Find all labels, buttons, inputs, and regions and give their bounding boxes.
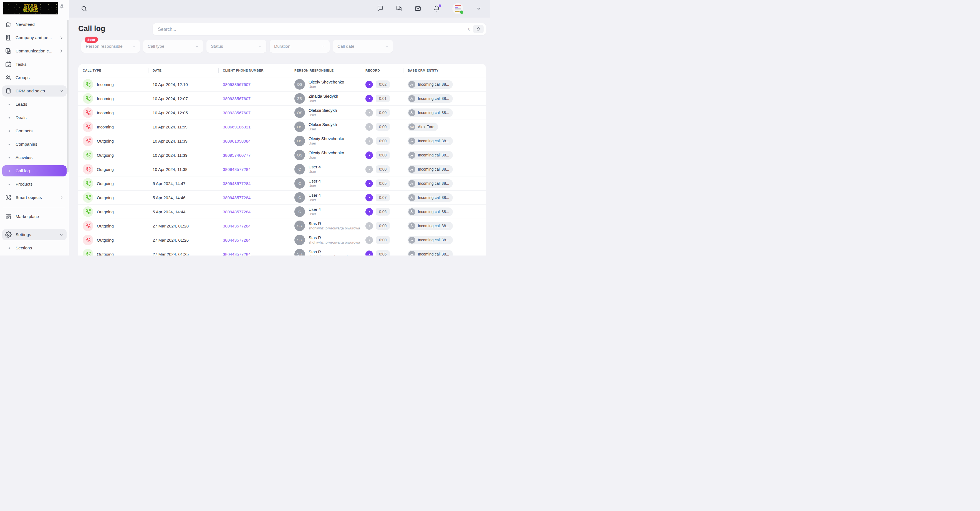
entity-chip[interactable]: Incoming call 38...: [407, 165, 453, 174]
entity-chip[interactable]: Incoming call 38...: [407, 137, 453, 145]
sidebar-item-newsfeed[interactable]: Newsfeed: [2, 18, 67, 31]
sidebar-item-company-and-pe[interactable]: Company and pe...: [2, 31, 67, 45]
sidebar-item-label: Companies: [16, 142, 64, 147]
duration-badge: 0:00: [376, 151, 390, 159]
avatar: OS: [294, 136, 305, 146]
sidebar-item-activities[interactable]: Activities: [2, 151, 67, 164]
entity-chip[interactable]: Incoming call 38...: [407, 236, 453, 244]
phone-link[interactable]: 380443577284: [223, 224, 251, 228]
entity-chip[interactable]: Incoming call 38...: [407, 151, 453, 159]
sidebar-item-companies[interactable]: Companies: [2, 138, 67, 151]
table-row[interactable]: Outgoing 27 Mar 2024, 01:25 380443577284…: [78, 247, 486, 256]
table-row[interactable]: Incoming 10 Apr 2024, 12:05 380938567607…: [78, 105, 486, 119]
outgoing-call-icon: [83, 249, 93, 256]
table-row[interactable]: Incoming 10 Apr 2024, 12:07 380938567607…: [78, 91, 486, 105]
phone-link[interactable]: 380948577284: [223, 195, 251, 200]
person-subtitle: User: [309, 127, 337, 132]
entity-chip[interactable]: Incoming call 38...: [407, 207, 453, 216]
table-row[interactable]: Outgoing 5 Apr 2024, 14:44 380948577284 …: [78, 204, 486, 219]
table-row[interactable]: Outgoing 10 Apr 2024, 11:39 380961058084…: [78, 134, 486, 148]
play-button[interactable]: [366, 81, 373, 88]
phone-link[interactable]: 380938567607: [223, 110, 251, 115]
play-button[interactable]: [366, 166, 373, 173]
entity-chip[interactable]: Incoming call 38...: [407, 222, 453, 230]
sidebar-item-smart-objects[interactable]: Smart objects: [2, 191, 67, 204]
bell-icon[interactable]: [433, 5, 440, 12]
sidebar-item-products[interactable]: Products: [2, 178, 67, 191]
entity-chip[interactable]: Incoming call 38...: [407, 193, 453, 202]
phone-link[interactable]: 380669186321: [223, 124, 251, 129]
entity-chip[interactable]: Incoming call 38...: [407, 250, 453, 256]
entity-chip[interactable]: Incoming call 38...: [407, 179, 453, 188]
sidebar-item-deals[interactable]: Deals: [2, 111, 67, 124]
sidebar-item-sections[interactable]: Sections: [2, 241, 67, 255]
sidebar-item-contacts[interactable]: Contacts: [2, 124, 67, 138]
filter-status[interactable]: Status: [207, 40, 266, 53]
phone-link[interactable]: 380961058084: [223, 139, 251, 143]
scanu-icon: [5, 194, 12, 201]
call-date: 5 Apr 2024, 14:46: [148, 195, 218, 200]
table-row[interactable]: Outgoing 5 Apr 2024, 14:46 380948577284 …: [78, 190, 486, 204]
phone-link[interactable]: 380443577284: [223, 238, 251, 242]
pin-icon[interactable]: [58, 3, 65, 11]
sidebar-item-label: Leads: [16, 102, 64, 107]
phone-link[interactable]: 380443577284: [223, 252, 251, 256]
table-row[interactable]: Incoming 10 Apr 2024, 11:59 380669186321…: [78, 119, 486, 134]
sidebar-item-tasks[interactable]: Tasks: [2, 58, 67, 71]
entity-chip[interactable]: Incoming call 38...: [407, 108, 453, 117]
comment-icon[interactable]: [377, 5, 383, 12]
phone-link[interactable]: 380948577284: [223, 209, 251, 214]
table-row[interactable]: Outgoing 5 Apr 2024, 14:47 380948577284 …: [78, 176, 486, 190]
phone-link[interactable]: 380938567607: [223, 96, 251, 101]
play-button[interactable]: [366, 151, 373, 159]
incoming-call-icon: [83, 79, 93, 89]
sidebar-item-call-log[interactable]: Call log: [2, 166, 67, 177]
play-button[interactable]: [366, 208, 373, 216]
eraser-button[interactable]: [473, 25, 484, 33]
search-icon[interactable]: [81, 5, 88, 12]
person-name: Olexiy Shevchenko: [309, 150, 344, 155]
app-logo[interactable]: STAR WARS: [3, 2, 58, 14]
sidebar-scrollbar[interactable]: [67, 20, 68, 172]
phone-link[interactable]: 380948577284: [223, 181, 251, 186]
search-input[interactable]: [158, 26, 468, 32]
filter-call-type[interactable]: Call type: [143, 40, 203, 53]
play-button[interactable]: [366, 250, 373, 256]
entity-chip[interactable]: Incoming call 38...: [407, 94, 453, 103]
play-button[interactable]: [366, 95, 373, 102]
call-date: 10 Apr 2024, 11:39: [148, 153, 218, 158]
person-subtitle: User: [309, 184, 321, 188]
table-row[interactable]: Outgoing 10 Apr 2024, 11:38 380948577284…: [78, 162, 486, 176]
gear-icon: [5, 231, 12, 238]
play-button[interactable]: [366, 194, 373, 201]
sidebar-item-groups[interactable]: Groups: [2, 71, 67, 84]
phone-link[interactable]: 380957460777: [223, 153, 251, 158]
table-row[interactable]: Incoming 10 Apr 2024, 12:10 380938567607…: [78, 77, 486, 91]
filter-person-responsible[interactable]: Person responsible Soon: [81, 40, 140, 53]
phone-link[interactable]: 380938567607: [223, 82, 251, 87]
sidebar-item-crm-and-sales[interactable]: CRM and sales: [2, 86, 67, 97]
table-row[interactable]: Outgoing 27 Mar 2024, 01:26 380443577284…: [78, 233, 486, 247]
filter-duration[interactable]: Duration: [270, 40, 329, 53]
play-button[interactable]: [366, 109, 373, 116]
user-avatar[interactable]: [452, 3, 463, 14]
sidebar-item-communication-c[interactable]: Communication c...: [2, 45, 67, 58]
sidebar-item-leads[interactable]: Leads: [2, 98, 67, 111]
phone-link[interactable]: 380948577284: [223, 167, 251, 172]
filter-call-date[interactable]: Call date: [333, 40, 393, 53]
chats-icon[interactable]: [396, 5, 402, 12]
chevron-down-icon[interactable]: [476, 5, 482, 12]
table-row[interactable]: Outgoing 10 Apr 2024, 11:39 380957460777…: [78, 148, 486, 162]
table-row[interactable]: Outgoing 27 Mar 2024, 01:28 380443577284…: [78, 219, 486, 233]
play-button[interactable]: [366, 236, 373, 244]
play-button[interactable]: [366, 222, 373, 230]
entity-chip[interactable]: АИ Alex Ford: [407, 123, 438, 131]
column-header-person-responsible: Person responsible: [290, 64, 361, 77]
sidebar-item-marketplace[interactable]: Marketplace: [2, 210, 67, 223]
entity-chip[interactable]: Incoming call 38...: [407, 80, 453, 89]
mail-icon[interactable]: [415, 5, 421, 12]
sidebar-item-settings[interactable]: Settings: [2, 229, 67, 240]
play-button[interactable]: [366, 180, 373, 187]
play-button[interactable]: [366, 123, 373, 131]
play-button[interactable]: [366, 137, 373, 145]
